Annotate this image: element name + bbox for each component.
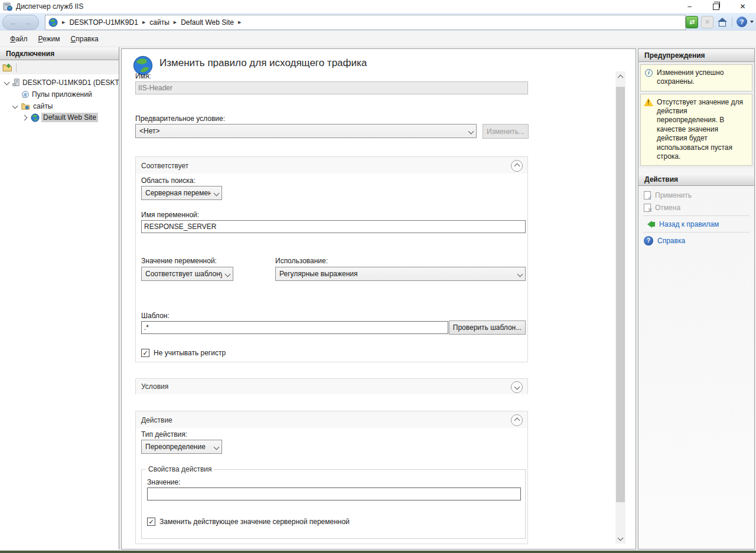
action-value-input[interactable] (147, 487, 521, 500)
scope-value: Серверная переменн (145, 189, 211, 197)
back-to-rules-action[interactable]: Назад к правилам (638, 218, 754, 230)
action-properties-legend: Свойства действия (146, 465, 214, 473)
menu-help[interactable]: Справка (66, 32, 104, 45)
expand-button[interactable] (511, 381, 523, 393)
expander-icon[interactable] (22, 115, 28, 121)
connections-tree: DESKTOP-U1MK9D1 (DESKTOP Пулы приложений (0, 77, 119, 124)
replace-value-row[interactable]: ✓ Заменить действующее значение серверно… (147, 518, 350, 526)
test-pattern-button[interactable]: Проверить шаблон... (449, 320, 526, 335)
forward-button[interactable]: → (24, 18, 32, 27)
ignore-case-checkbox[interactable]: ✓ (141, 349, 149, 357)
using-select[interactable]: Регулярные выражения (275, 267, 526, 281)
variable-value-select[interactable]: Соответствует шаблону (141, 267, 233, 281)
expander-icon[interactable] (4, 80, 10, 86)
crumb-arrow-icon[interactable]: ▶ (174, 20, 177, 25)
home-button[interactable] (716, 17, 728, 28)
restore-button[interactable] (703, 0, 729, 13)
divider (732, 17, 732, 27)
precondition-select[interactable]: <Нет> (135, 124, 477, 138)
server-icon (12, 78, 20, 87)
name-label: Имя: (135, 72, 151, 80)
breadcrumb[interactable]: ▶ DESKTOP-U1MK9D1 ▶ сайты ▶ Default Web … (45, 15, 686, 30)
crumb-arrow-icon[interactable]: ▶ (238, 20, 241, 25)
menu-file[interactable]: Файл (5, 32, 33, 45)
scrollbar-thumb[interactable] (616, 87, 625, 502)
restore-icon (713, 4, 719, 10)
ignore-case-row[interactable]: ✓ Не учитывать регистр (141, 349, 226, 357)
crumb-default-web-site[interactable]: Default Web Site (181, 18, 234, 27)
collapse-button[interactable] (511, 414, 523, 426)
scope-select[interactable]: Серверная переменн (141, 186, 222, 200)
home-icon (718, 18, 727, 27)
collapse-button[interactable] (511, 160, 523, 172)
cancel-label: Отмена (655, 204, 680, 212)
help-button[interactable]: ? (737, 17, 747, 27)
pattern-input[interactable] (141, 321, 448, 334)
help-icon: ? (644, 236, 653, 246)
match-section-header[interactable] (136, 157, 527, 174)
window-title: Диспетчер служб IIS (16, 2, 83, 11)
action-section-header[interactable] (136, 411, 527, 428)
close-icon: ✕ (739, 2, 745, 11)
pattern-label: Шаблон: (141, 312, 170, 320)
tree-item-default-web-site[interactable]: Default Web Site (0, 112, 119, 124)
precondition-value: <Нет> (139, 127, 465, 135)
conditions-section-header[interactable] (136, 379, 527, 394)
conditions-section: Условия (135, 378, 528, 394)
variable-value-value: Соответствует шаблону (145, 270, 222, 278)
help-action[interactable]: ? Справка (638, 234, 754, 247)
replace-value-checkbox[interactable]: ✓ (147, 518, 155, 526)
tree-item-server[interactable]: DESKTOP-U1MK9D1 (DESKTOP (0, 77, 119, 89)
info-icon: i (645, 69, 653, 77)
match-section-title: Соответствует (141, 162, 188, 170)
action-properties-group: Свойства действия Значение: ✓ Заменить д… (141, 469, 526, 539)
apply-icon: ✓ (644, 191, 651, 199)
crumb-arrow-icon: ▶ (62, 20, 65, 25)
chevron-down-icon (517, 271, 523, 277)
variable-value-label: Значение переменной: (141, 257, 217, 265)
check-icon: ✓ (142, 349, 148, 357)
iis-manager-window: Диспетчер служб IIS – ✕ ← → ▶ DESKTOP-U1… (0, 0, 756, 553)
close-button[interactable]: ✕ (729, 0, 756, 13)
back-arrow-icon (644, 221, 655, 228)
menu-view[interactable]: Режим (33, 32, 66, 45)
ignore-case-label: Не учитывать регистр (154, 349, 226, 357)
stop-icon: ✕ (705, 18, 710, 26)
chevron-down-icon (468, 128, 474, 134)
scroll-up-button[interactable] (615, 71, 625, 81)
variable-name-input[interactable] (141, 220, 526, 233)
alert-text: Отсутствует значение для действия переоп… (657, 98, 743, 161)
tree-item-app-pools[interactable]: Пулы приложений (0, 89, 119, 100)
menu-bar: Файл Режим Справка (0, 31, 756, 47)
edit-outbound-rule-page: Изменить правило для исходящего трафика … (121, 48, 636, 549)
cancel-action: ✕ Отмена (638, 201, 754, 214)
conditions-section-title: Условия (141, 382, 168, 391)
globe-icon (48, 18, 58, 27)
alerts-list: i Изменения успешно сохранены. ! Отсутст… (638, 62, 754, 168)
edit-precondition-button: Изменить... (483, 124, 529, 139)
crumb-server[interactable]: DESKTOP-U1MK9D1 (69, 18, 138, 27)
using-label: Использование: (275, 257, 328, 265)
tree-item-label: Пулы приложений (32, 90, 92, 99)
scroll-down-button[interactable] (615, 534, 625, 544)
refresh-button[interactable]: ⇄ (686, 16, 698, 28)
alert-info: i Изменения успешно сохранены. (640, 64, 752, 91)
action-section-title: Действие (141, 416, 172, 424)
save-connections-icon[interactable] (2, 63, 12, 72)
divider (643, 232, 750, 233)
minimize-button[interactable]: – (676, 0, 703, 13)
help-label: Справка (657, 237, 685, 245)
crumb-arrow-icon[interactable]: ▶ (142, 20, 145, 25)
tree-item-sites[interactable]: сайты (0, 100, 119, 112)
divider (643, 215, 750, 216)
value-label: Значение: (147, 478, 181, 486)
tree-item-label: Default Web Site (41, 113, 98, 122)
vertical-scrollbar[interactable] (615, 71, 625, 544)
expander-icon[interactable] (12, 103, 18, 109)
action-type-select[interactable]: Переопределение (141, 440, 222, 454)
connections-header: Подключения (0, 47, 119, 60)
crumb-sites[interactable]: сайты (149, 18, 170, 27)
back-button[interactable]: ← (9, 18, 17, 27)
help-dropdown-caret[interactable] (750, 21, 754, 23)
tree-item-label: сайты (33, 102, 53, 110)
